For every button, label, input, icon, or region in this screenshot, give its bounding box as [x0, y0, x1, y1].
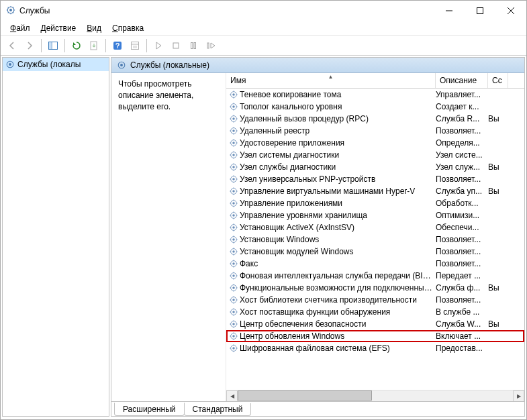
svg-point-153 [232, 335, 235, 337]
service-row[interactable]: Установщик WindowsПозволяет... [226, 233, 524, 246]
service-desc: Создает к... [436, 102, 488, 111]
minimize-button[interactable] [434, 1, 465, 21]
svg-point-123 [232, 274, 235, 277]
service-row[interactable]: Хост поставщика функции обнаруженияВ слу… [226, 306, 524, 318]
service-row[interactable]: Установщик модулей WindowsПозволяет... [226, 246, 524, 258]
svg-rect-24 [173, 43, 179, 48]
service-icon [229, 271, 238, 280]
service-desc: Обработк... [436, 199, 488, 208]
scroll-track[interactable] [238, 390, 513, 402]
show-hide-tree-button[interactable] [45, 38, 61, 54]
maximize-button[interactable] [465, 1, 495, 21]
forward-button[interactable] [21, 38, 38, 54]
services-list[interactable]: Теневое копирование томаУправляет...Топо… [226, 89, 524, 390]
back-button[interactable] [4, 38, 20, 54]
horizontal-scrollbar[interactable]: ◀ ▶ [226, 390, 524, 401]
column-status[interactable]: Сс [488, 73, 508, 88]
svg-point-93 [232, 214, 235, 217]
svg-rect-26 [194, 42, 196, 48]
service-desc: Включает ... [436, 331, 488, 341]
service-row[interactable]: Узел универсальных PNP-устройствПозволяе… [226, 173, 524, 185]
help-button[interactable]: ? [109, 38, 126, 54]
service-desc: Обеспечи... [436, 223, 488, 232]
service-icon [229, 102, 238, 111]
refresh-button[interactable] [68, 38, 85, 54]
tab-extended[interactable]: Расширенный [114, 403, 185, 416]
service-icon [229, 247, 238, 256]
description-hint: Чтобы просмотреть описание элемента, выд… [118, 79, 193, 111]
service-name: Установщик ActiveX (AxInstSV) [240, 223, 436, 232]
svg-point-141 [232, 311, 235, 313]
service-name: Факс [240, 259, 436, 268]
service-name: Узел службы диагностики [240, 162, 436, 172]
column-name[interactable]: Имя ▲ [226, 73, 436, 88]
service-desc: Служба уп... [436, 187, 488, 196]
service-row[interactable]: Удаленный реестрПозволяет... [226, 125, 524, 137]
scroll-right-button[interactable]: ▶ [513, 390, 524, 402]
service-row[interactable]: Шифрованная файловая система (EFS)Предос… [226, 342, 524, 354]
service-desc: Позволяет... [436, 295, 488, 305]
console-tree[interactable]: Службы (локалы [2, 57, 109, 417]
menu-file[interactable]: Файл [5, 22, 36, 34]
toolbar: ? [1, 36, 526, 56]
service-row[interactable]: ФаксПозволяет... [226, 258, 524, 270]
stop-service-button[interactable] [168, 38, 184, 54]
menu-action[interactable]: Действие [36, 22, 82, 34]
service-desc: Определя... [436, 138, 488, 148]
service-row[interactable]: Теневое копирование томаУправляет... [226, 89, 524, 101]
service-row[interactable]: Фоновая интеллектуальная служба передачи… [226, 270, 524, 282]
menu-view[interactable]: Вид [81, 22, 107, 34]
tree-node-services-local[interactable]: Службы (локалы [3, 58, 109, 71]
service-desc: Узел служ... [436, 162, 488, 172]
menu-help[interactable]: Справка [107, 22, 149, 34]
scroll-left-button[interactable]: ◀ [226, 390, 238, 402]
service-icon [229, 174, 238, 184]
service-name: Тополог канального уровня [240, 102, 436, 111]
sort-ascending-icon: ▲ [328, 74, 334, 80]
service-row[interactable]: Узел системы диагностикиУзел систе... [226, 149, 524, 161]
svg-point-45 [232, 117, 235, 120]
detail-body: Чтобы просмотреть описание элемента, выд… [111, 73, 524, 401]
service-row[interactable]: Хост библиотеки счетчика производительно… [226, 294, 524, 306]
service-row[interactable]: Управление приложениямиОбработк... [226, 197, 524, 209]
service-name: Хост библиотеки счетчика производительно… [240, 295, 436, 305]
service-icon [229, 259, 238, 268]
service-desc: Служба R... [436, 114, 488, 123]
service-row[interactable]: Центр обновления WindowsВключает ... [226, 330, 524, 342]
restart-service-button[interactable] [203, 38, 219, 54]
service-desc: Позволяет... [436, 126, 488, 136]
service-desc: Служба ф... [436, 283, 488, 293]
titlebar: Службы [1, 1, 526, 21]
service-row[interactable]: Установщик ActiveX (AxInstSV)Обеспечи... [226, 221, 524, 233]
export-button[interactable] [86, 38, 102, 54]
service-name: Удостоверение приложения [240, 138, 436, 148]
close-button[interactable] [495, 1, 526, 21]
service-row[interactable]: Управление уровнями хранилищаОптимизи... [226, 209, 524, 221]
service-row[interactable]: Узел службы диагностикиУзел служ...Вы [226, 161, 524, 173]
pause-service-button[interactable] [185, 38, 201, 54]
column-description[interactable]: Описание [436, 73, 488, 88]
service-desc: Управляет... [436, 90, 488, 99]
service-status: Вы [488, 283, 508, 293]
service-row[interactable]: Тополог канального уровняСоздает к... [226, 101, 524, 113]
service-row[interactable]: Функциональные возможности для подключен… [226, 282, 524, 294]
service-row[interactable]: Управление виртуальными машинами Hyper-V… [226, 185, 524, 197]
window-controls [434, 1, 526, 21]
service-row[interactable]: Удаленный вызов процедур (RPC)Служба R..… [226, 113, 524, 125]
svg-rect-17 [91, 42, 97, 50]
svg-rect-16 [49, 42, 52, 49]
svg-point-87 [232, 202, 235, 205]
service-name: Фоновая интеллектуальная служба передачи… [240, 271, 436, 280]
service-desc: Позволяет... [436, 259, 488, 268]
detail-panel: Службы (локальные) Чтобы просмотреть опи… [111, 57, 525, 417]
properties-button[interactable] [127, 38, 143, 54]
service-row[interactable]: Центр обеспечения безопасностиСлужба W..… [226, 318, 524, 330]
tab-standard[interactable]: Стандартный [184, 403, 252, 416]
scroll-thumb[interactable] [238, 390, 372, 401]
service-icon [229, 319, 238, 329]
start-service-button[interactable] [150, 38, 166, 54]
service-name: Хост поставщика функции обнаружения [240, 307, 436, 317]
service-desc: Служба W... [436, 319, 488, 329]
service-name: Центр обеспечения безопасности [240, 319, 436, 329]
service-row[interactable]: Удостоверение приложенияОпределя... [226, 137, 524, 149]
